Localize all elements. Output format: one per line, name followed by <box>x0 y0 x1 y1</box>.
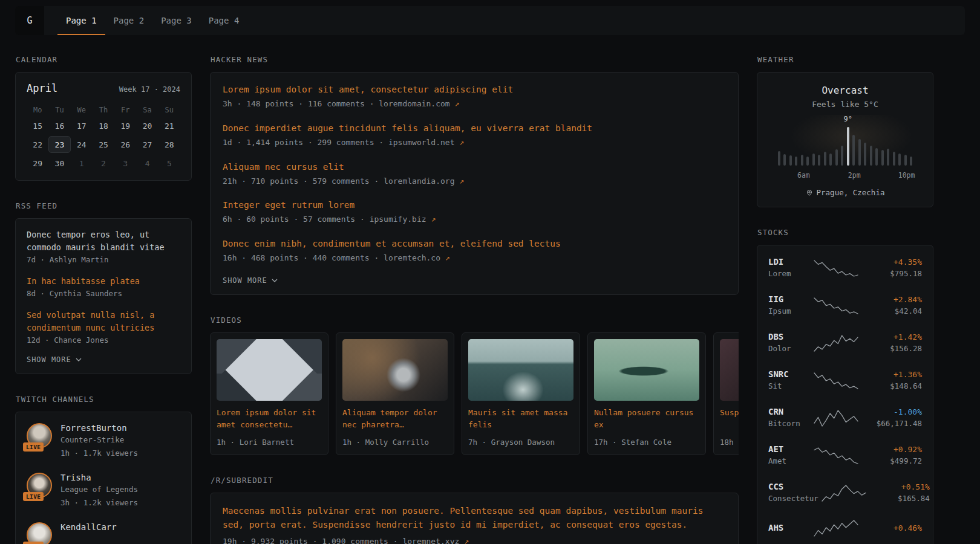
stock-row[interactable]: CRN Bitcorn -1.00% $66,171.48 <box>767 400 923 437</box>
video-title[interactable]: Suspendisse diam <box>720 407 739 431</box>
weather-peak-temp: 9° <box>844 115 852 123</box>
middle-column: HACKER NEWS Lorem ipsum dolor sit amet, … <box>210 55 739 544</box>
hackernews-section: HACKER NEWS Lorem ipsum dolor sit amet, … <box>210 55 739 295</box>
external-link-icon[interactable]: ↗ <box>464 537 469 544</box>
subreddit-post: Maecenas mollis pulvinar erat non posuer… <box>223 504 726 544</box>
app-logo[interactable]: G <box>15 6 44 35</box>
stock-row[interactable]: AHS +0.46% <box>767 512 923 544</box>
channel-name[interactable]: KendallCarr <box>60 522 117 532</box>
tab-page-1[interactable]: Page 1 <box>57 6 105 35</box>
external-link-icon[interactable]: ↗ <box>431 215 436 224</box>
weather-location-row: Prague, Czechia <box>768 188 922 197</box>
stock-left: DBS Dolor <box>768 332 811 355</box>
calendar-days-grid: 1516171819202122232425262728293012345 <box>27 117 180 172</box>
weather-bar: 9° <box>847 127 849 166</box>
hn-item-title[interactable]: Aliquam nec cursus elit <box>223 161 726 173</box>
stocks-card: LDI Lorem +4.35% $795.18 IIG Ipsum <box>757 245 933 544</box>
channel-name[interactable]: ForrestBurton <box>60 423 138 433</box>
twitch-channel[interactable]: LIVE ForrestBurton Counter-Strike 1h · 1… <box>27 423 180 459</box>
twitch-channel[interactable]: LIVE KendallCarr <box>27 522 180 544</box>
section-title-videos: VIDEOS <box>211 316 739 325</box>
rss-item-title[interactable]: Donec tempor eros leo, ut commodo mauris… <box>27 228 180 254</box>
page-tabs: Page 1 Page 2 Page 3 Page 4 <box>57 6 247 35</box>
weather-bar <box>852 135 855 166</box>
video-thumbnail[interactable] <box>594 339 699 401</box>
external-link-icon[interactable]: ↗ <box>459 176 464 186</box>
hn-item: Aliquam nec cursus elit 21h · 710 points… <box>223 161 726 188</box>
calendar-month: April <box>27 82 57 94</box>
video-title[interactable]: Mauris sit amet massa felis <box>468 407 573 431</box>
video-card[interactable]: Lorem ipsum dolor sit amet consectetu… 1… <box>210 332 328 455</box>
video-card[interactable]: Aliquam tempor dolor nec pharetra… 1h · … <box>336 332 454 455</box>
tab-page-3[interactable]: Page 3 <box>152 6 200 35</box>
video-title[interactable]: Aliquam tempor dolor nec pharetra… <box>342 407 448 431</box>
weather-time-label: 10pm <box>898 171 915 180</box>
rss-item[interactable]: Sed volutpat nulla nisl, a condimentum n… <box>27 309 180 346</box>
weather-bar <box>789 155 792 166</box>
show-more-label: SHOW MORE <box>27 355 71 364</box>
calendar-day: 25 <box>93 136 114 153</box>
stock-row[interactable]: CCS Consectetur +0.51% $165.84 <box>767 474 923 512</box>
rss-item[interactable]: Donec tempor eros leo, ut commodo mauris… <box>27 228 180 266</box>
subreddit-post-meta: 19h · 9,932 points · 1,090 comments · lo… <box>223 536 726 544</box>
hn-item-title[interactable]: Integer eget rutrum lorem <box>223 199 726 212</box>
stock-name: Sit <box>768 380 811 392</box>
stock-row[interactable]: DBS Dolor +1.42% $156.28 <box>767 325 923 362</box>
weather-bar <box>875 148 878 166</box>
external-link-icon[interactable]: ↗ <box>455 99 460 108</box>
stock-sparkline <box>813 447 859 465</box>
chevron-down-icon <box>76 358 82 361</box>
external-link-icon[interactable]: ↗ <box>459 138 464 147</box>
calendar-day: 2 <box>93 155 114 172</box>
video-card[interactable]: Nullam posuere cursus ex 17h · Stefan Co… <box>587 332 706 455</box>
rss-item-meta: 7d · Ashlyn Martin <box>27 254 180 266</box>
stock-row[interactable]: IIG Ipsum +2.84% $42.04 <box>767 287 923 325</box>
hn-item-title[interactable]: Donec enim nibh, condimentum et accumsan… <box>223 238 726 250</box>
channel-avatar: LIVE <box>27 423 52 448</box>
stock-price: $148.64 <box>861 380 922 392</box>
rss-item-title[interactable]: In hac habitasse platea <box>27 275 180 288</box>
weather-bar <box>801 155 803 166</box>
stock-row[interactable]: SNRC Sit +1.36% $148.64 <box>767 362 923 400</box>
stock-change: +0.46% <box>861 523 922 533</box>
video-title[interactable]: Lorem ipsum dolor sit amet consectetu… <box>217 407 322 431</box>
stock-row[interactable]: AET Amet +0.92% $499.72 <box>767 437 923 474</box>
video-thumbnail[interactable] <box>342 339 448 401</box>
hn-item-title[interactable]: Donec imperdiet augue tincidunt felis al… <box>223 122 726 135</box>
stock-price: $795.18 <box>861 268 922 280</box>
tab-page-4[interactable]: Page 4 <box>200 6 248 35</box>
video-card[interactable]: Mauris sit amet massa felis 7h · Grayson… <box>462 332 580 455</box>
rss-item-title[interactable]: Sed volutpat nulla nisl, a condimentum n… <box>27 309 180 334</box>
video-card[interactable]: Suspendisse diam 18h · Tara <box>713 332 739 455</box>
stock-row[interactable]: LDI Lorem +4.35% $795.18 <box>767 250 923 287</box>
stock-ticker: CCS <box>768 482 818 491</box>
external-link-icon[interactable]: ↗ <box>445 253 450 262</box>
twitch-section: TWITCH CHANNELS LIVE ForrestBurton Count… <box>15 395 192 544</box>
stock-name: Amet <box>768 455 811 467</box>
channel-name[interactable]: Trisha <box>60 473 138 482</box>
hn-item-title[interactable]: Lorem ipsum dolor sit amet, consectetur … <box>223 83 726 96</box>
tab-page-2[interactable]: Page 2 <box>105 6 153 35</box>
calendar-day: 28 <box>158 136 180 153</box>
hn-item: Donec enim nibh, condimentum et accumsan… <box>223 238 726 265</box>
channel-game[interactable]: League of Legends <box>60 484 138 496</box>
rss-item[interactable]: In hac habitasse platea 8d · Cynthia Sau… <box>27 275 180 300</box>
weather-bar <box>858 139 861 166</box>
subreddit-post-title[interactable]: Maecenas mollis pulvinar erat non posuer… <box>223 504 726 532</box>
channel-game[interactable]: Counter-Strike <box>60 434 138 446</box>
rss-show-more-button[interactable]: SHOW MORE <box>27 355 180 364</box>
hn-show-more-button[interactable]: SHOW MORE <box>223 276 726 285</box>
stock-right: +1.36% $148.64 <box>861 370 922 392</box>
weather-feels-like: Feels like 5°C <box>768 100 922 109</box>
section-title-calendar: CALENDAR <box>16 55 192 64</box>
video-thumbnail[interactable] <box>468 339 573 401</box>
video-title[interactable]: Nullam posuere cursus ex <box>594 407 699 431</box>
video-thumbnail[interactable] <box>720 339 739 401</box>
video-thumbnail[interactable] <box>217 339 322 401</box>
weather-bar <box>812 154 815 166</box>
stock-name: Lorem <box>768 268 811 280</box>
weather-bar <box>824 152 826 166</box>
twitch-channel[interactable]: LIVE Trisha League of Legends 3h · 1.2k … <box>27 473 180 509</box>
stock-change: +4.35% <box>861 257 922 267</box>
stock-name: Consectetur <box>768 493 818 505</box>
